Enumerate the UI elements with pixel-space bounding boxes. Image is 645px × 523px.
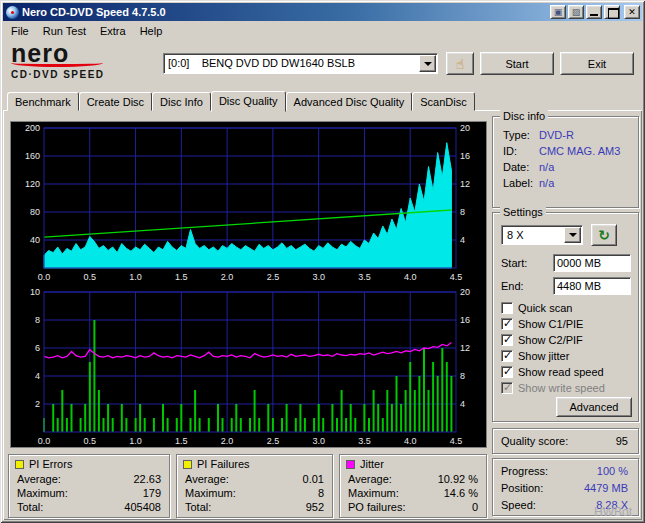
chevron-down-icon	[569, 233, 577, 241]
end-position-field[interactable]: 4480 MB	[553, 277, 631, 295]
minimize-button[interactable]	[586, 5, 602, 19]
svg-text:80: 80	[30, 207, 40, 217]
svg-text:2.0: 2.0	[221, 272, 234, 282]
scan-speed-selector[interactable]: 8 X	[501, 225, 583, 245]
pi-failures-panel: PI Failures Average:0.01 Maximum:8 Total…	[176, 454, 333, 518]
tab-advanced-disc-quality[interactable]: Advanced Disc Quality	[286, 92, 413, 111]
svg-text:1.0: 1.0	[129, 272, 142, 282]
svg-text:200: 200	[25, 123, 40, 133]
hand-tool-button[interactable]	[446, 52, 474, 75]
pi-failures-marker-icon	[183, 460, 192, 469]
exit-button[interactable]: Exit	[560, 52, 634, 75]
svg-text:4: 4	[460, 235, 465, 245]
menu-file[interactable]: File	[4, 23, 36, 39]
svg-text:4.5: 4.5	[450, 272, 463, 282]
svg-text:10: 10	[30, 287, 40, 297]
stat-value: 0.01	[303, 473, 324, 485]
quality-score-value: 95	[616, 435, 628, 447]
show-jitter-checkbox[interactable]	[501, 350, 513, 362]
stat-label: Average:	[185, 473, 229, 485]
stat-value: 0	[472, 501, 478, 513]
show-write-speed-checkbox	[501, 382, 513, 394]
svg-text:2.5: 2.5	[267, 272, 280, 282]
checkbox-show-c2-pif[interactable]: Show C2/PIF	[501, 333, 632, 347]
nero-logo: nero CD·DVD SPEED	[11, 40, 161, 80]
stat-value: 8	[318, 487, 324, 499]
refresh-button[interactable]	[591, 224, 617, 246]
svg-text:4: 4	[35, 371, 40, 381]
settings-panel: Settings 8 X Start: 0000 MB End: 4480 MB…	[492, 212, 639, 422]
quality-score-label: Quality score:	[501, 435, 568, 447]
menu-extra[interactable]: Extra	[93, 23, 133, 39]
pi-errors-and-pi-failures-chart: 2001601208040201612840.00.51.01.52.02.53…	[11, 122, 488, 449]
titlebar-tool-button-1[interactable]	[550, 5, 566, 19]
show-read-speed-checkbox[interactable]	[501, 366, 513, 378]
svg-text:0.0: 0.0	[38, 436, 51, 446]
svg-text:8: 8	[35, 315, 40, 325]
stat-label: Maximum:	[17, 487, 68, 499]
titlebar: Nero CD-DVD Speed 4.7.5.0	[3, 3, 642, 21]
maximize-button[interactable]	[604, 5, 620, 19]
checkbox-show-c1-pie[interactable]: Show C1/PIE	[501, 317, 632, 331]
checkbox-show-read-speed[interactable]: Show read speed	[501, 365, 632, 379]
svg-text:0.5: 0.5	[84, 272, 97, 282]
scan-speed-dropdown-button[interactable]	[564, 227, 581, 243]
svg-text:1.0: 1.0	[129, 436, 142, 446]
close-button[interactable]	[624, 5, 640, 19]
checkbox-quick-scan[interactable]: Quick scan	[501, 301, 632, 315]
menu-help[interactable]: Help	[133, 23, 170, 39]
stat-value: 10.92 %	[438, 473, 478, 485]
svg-text:1.5: 1.5	[175, 436, 188, 446]
svg-text:3.0: 3.0	[312, 272, 325, 282]
window-title: Nero CD-DVD Speed 4.7.5.0	[22, 6, 550, 18]
stat-label: Average:	[348, 473, 392, 485]
svg-text:3.5: 3.5	[358, 436, 371, 446]
show-c2-pif-checkbox[interactable]	[501, 334, 513, 346]
disc-type-label: Type:	[503, 129, 530, 141]
tab-benchmark[interactable]: Benchmark	[7, 92, 79, 111]
start-position-field[interactable]: 0000 MB	[553, 254, 631, 272]
stat-label: PO failures:	[348, 501, 405, 513]
quick-scan-checkbox[interactable]	[501, 302, 513, 314]
svg-text:8: 8	[460, 207, 465, 217]
pi-errors-title: PI Errors	[29, 458, 72, 470]
checkbox-label: Show jitter	[518, 350, 569, 362]
watermark: HWBot	[594, 505, 632, 519]
disc-info-title: Disc info	[500, 110, 548, 122]
svg-text:12: 12	[460, 179, 470, 189]
checkbox-show-jitter[interactable]: Show jitter	[501, 349, 632, 363]
svg-text:3.0: 3.0	[312, 436, 325, 446]
svg-text:0.5: 0.5	[84, 436, 97, 446]
disc-info-panel: Disc info Type:DVD-R ID:CMC MAG. AM3 Dat…	[492, 116, 639, 208]
progress-value: 100 %	[597, 465, 628, 477]
advanced-button[interactable]: Advanced	[556, 397, 632, 417]
show-c1-pie-checkbox[interactable]	[501, 318, 513, 330]
disc-id-label: ID:	[503, 145, 517, 157]
speed-label: Speed:	[501, 499, 536, 511]
tab-disc-quality[interactable]: Disc Quality	[211, 91, 286, 112]
menu-run-test[interactable]: Run Test	[36, 23, 93, 39]
checkbox-label: Quick scan	[518, 302, 572, 314]
checkbox-label: Show read speed	[518, 366, 604, 378]
checkbox-label: Show write speed	[518, 382, 605, 394]
disc-label-label: Label:	[503, 177, 533, 189]
svg-text:16: 16	[460, 151, 470, 161]
start-button[interactable]: Start	[480, 52, 554, 75]
stat-value: 22.63	[133, 473, 161, 485]
tab-scandisc[interactable]: ScanDisc	[412, 92, 474, 111]
svg-text:20: 20	[460, 123, 470, 133]
drive-selector-dropdown-button[interactable]	[419, 55, 436, 72]
pi-errors-panel: PI Errors Average:22.63 Maximum:179 Tota…	[8, 454, 170, 518]
checkbox-label: Show C2/PIF	[518, 334, 583, 346]
tab-create-disc[interactable]: Create Disc	[79, 92, 152, 111]
titlebar-tool-button-2[interactable]	[568, 5, 584, 19]
stat-value: 405408	[124, 501, 161, 513]
app-icon[interactable]	[6, 6, 19, 19]
svg-text:120: 120	[25, 179, 40, 189]
jitter-panel: Jitter Average:10.92 % Maximum:14.6 % PO…	[339, 454, 487, 518]
drive-selector[interactable]: [0:0] BENQ DVD DD DW1640 BSLB	[163, 53, 438, 74]
tab-disc-info[interactable]: Disc Info	[152, 92, 211, 111]
end-position-label: End:	[501, 280, 524, 292]
pi-errors-marker-icon	[15, 460, 24, 469]
disc-quality-page: 2001601208040201612840.00.51.01.52.02.53…	[3, 110, 642, 520]
